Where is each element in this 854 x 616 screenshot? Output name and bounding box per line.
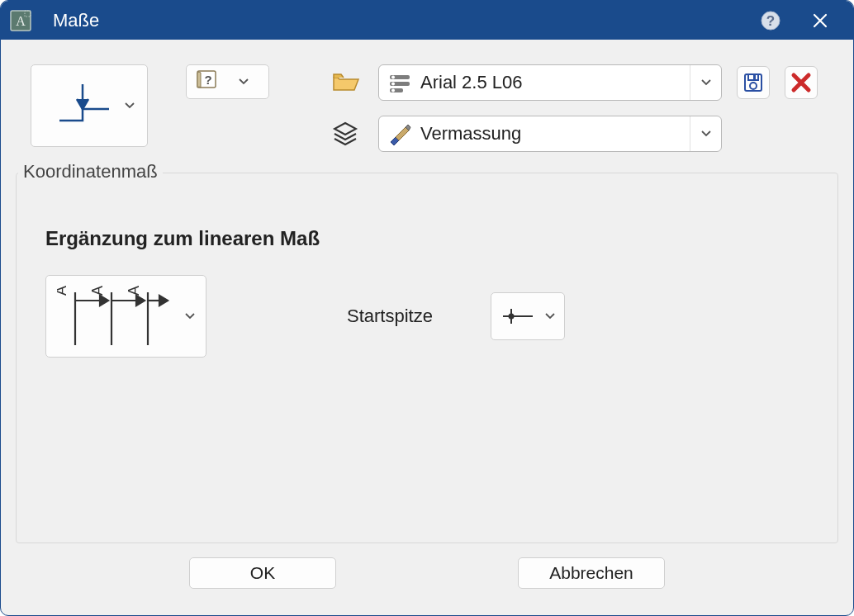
folder-open-icon[interactable] <box>327 66 363 99</box>
help-topic-button[interactable]: ? <box>186 64 269 99</box>
window-title: Maße <box>53 10 99 31</box>
svg-point-12 <box>391 89 395 92</box>
brush-icon <box>386 120 414 148</box>
coordinate-style-preview-icon: A A A <box>46 281 183 352</box>
chevron-down-icon <box>236 74 251 89</box>
start-tip-picker[interactable] <box>491 292 565 340</box>
coordinate-style-picker[interactable]: A A A <box>45 275 206 358</box>
save-style-button[interactable] <box>737 66 770 99</box>
sub-heading: Ergänzung zum linearen Maß <box>45 227 809 250</box>
svg-point-16 <box>750 83 757 89</box>
coordinate-dimension-group: Koordinatenmaß Ergänzung zum linearen Ma… <box>16 173 838 543</box>
app-icon: A <box>9 9 32 32</box>
ok-button[interactable]: OK <box>189 557 336 589</box>
delete-style-button[interactable] <box>785 66 818 99</box>
group-title: Koordinatenmaß <box>18 161 163 182</box>
svg-text:A: A <box>89 286 106 296</box>
title-bar: A Maße ? <box>1 1 853 40</box>
svg-point-28 <box>508 314 514 320</box>
layer-combo-dropdown[interactable] <box>690 116 721 151</box>
svg-rect-15 <box>753 75 756 79</box>
chevron-down-icon <box>543 309 557 324</box>
font-combo-value: Arial 2.5 L06 <box>420 72 690 93</box>
dimension-type-preview-icon <box>45 81 122 130</box>
svg-point-10 <box>391 76 395 79</box>
chevron-down-icon <box>122 98 137 113</box>
layer-combo-value: Vermassung <box>420 123 690 145</box>
svg-point-11 <box>391 83 395 86</box>
layer-row: Vermassung <box>327 116 838 152</box>
chevron-down-icon <box>183 309 197 324</box>
svg-text:?: ? <box>766 13 775 29</box>
layer-combo[interactable]: Vermassung <box>378 116 722 152</box>
save-icon <box>743 72 764 93</box>
dialog-window: A Maße ? <box>0 0 854 616</box>
start-tip-label: Startspitze <box>347 306 433 327</box>
font-combo[interactable]: Arial 2.5 L06 <box>378 64 722 101</box>
book-question-icon: ? <box>195 68 220 96</box>
svg-text:?: ? <box>204 73 211 87</box>
style-selectors: Arial 2.5 L06 <box>327 64 838 152</box>
font-row: Arial 2.5 L06 <box>327 64 838 101</box>
svg-text:A: A <box>57 286 69 296</box>
svg-text:A: A <box>16 14 26 28</box>
layers-icon[interactable] <box>327 117 363 150</box>
close-button[interactable] <box>799 1 841 40</box>
help-button[interactable]: ? <box>750 1 791 40</box>
svg-text:A: A <box>126 286 142 296</box>
start-tip-preview-icon <box>496 304 539 329</box>
font-combo-dropdown[interactable] <box>690 65 721 100</box>
delete-x-icon <box>790 72 812 93</box>
dialog-footer: OK Abbrechen <box>16 543 838 603</box>
config-row: A A A <box>45 275 809 358</box>
toolbar-row: ? <box>16 64 838 152</box>
text-style-icon <box>386 69 414 97</box>
dimension-type-picker[interactable] <box>31 64 148 147</box>
cancel-button[interactable]: Abbrechen <box>518 557 665 589</box>
dialog-content: ? <box>1 40 853 615</box>
